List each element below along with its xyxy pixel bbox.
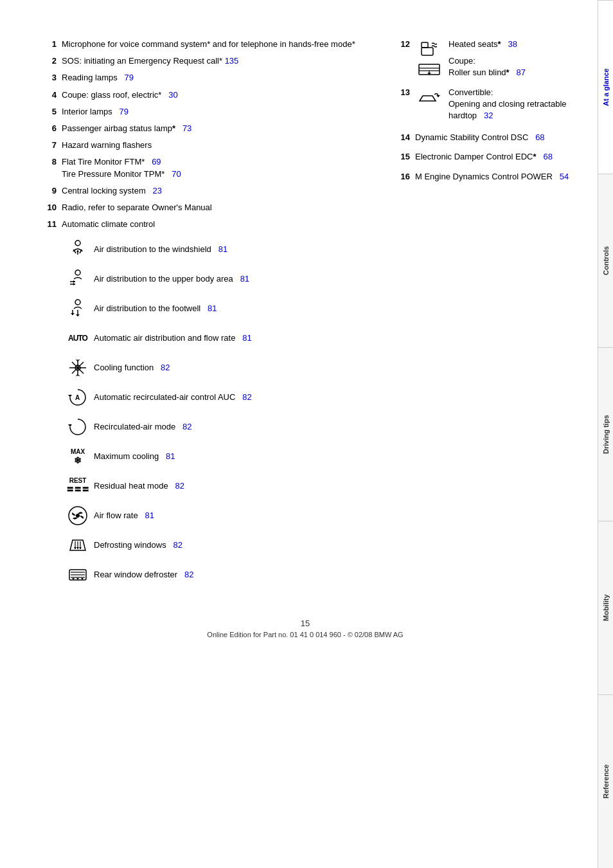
tab-reference[interactable]: Reference — [598, 694, 613, 868]
max-link[interactable]: 81 — [166, 451, 175, 461]
right-items-list: 12 — [392, 39, 572, 183]
item-12-link1[interactable]: 38 — [508, 39, 517, 49]
item-1-num: 1 — [39, 39, 57, 50]
item-8-link1[interactable]: 69 — [152, 157, 161, 167]
climate-auc-text: Automatic recirculated-air control AUC 8… — [94, 392, 366, 403]
climate-foot-text: Air distribution to the footwell 81 — [94, 303, 366, 314]
item-13-text: Convertible: Opening and closing retract… — [449, 87, 572, 122]
item-2-link[interactable]: 135 — [225, 56, 239, 66]
climate-row-max: MAX ❄ Maximum cooling 81 — [62, 445, 366, 468]
svg-marker-51 — [436, 95, 440, 97]
recirc-link[interactable]: 82 — [182, 422, 191, 431]
item-16-num: 16 — [392, 171, 410, 183]
cooling-link[interactable]: 82 — [161, 363, 170, 372]
heated-seats-icon-container — [415, 39, 443, 77]
recirc-icon — [62, 416, 94, 438]
svg-marker-26 — [68, 395, 72, 397]
item-5-link[interactable]: 79 — [120, 107, 129, 116]
item-12-text: Heated seats* 38 Coupe: Roller sun blind… — [449, 39, 572, 79]
auc-icon: A — [62, 386, 94, 408]
list-item-2: 2 SOS: initiating an Emergency Request c… — [39, 55, 366, 67]
item-16-link[interactable]: 54 — [560, 172, 569, 181]
list-item-7: 7 Hazard warning flashers — [39, 140, 366, 151]
list-item-6: 6 Passenger airbag status lamp* 73 — [39, 123, 366, 134]
item-2-num: 2 — [39, 55, 57, 67]
item-3-link[interactable]: 79 — [125, 73, 134, 82]
climate-section: Air distribution to the windshield 81 — [62, 238, 366, 586]
convertible-icon-container — [415, 87, 443, 107]
item-14-num: 14 — [392, 132, 410, 143]
climate-upper-text: Air distribution to the upper body area … — [94, 273, 366, 285]
rest-waves: 〓〓〓 — [66, 484, 89, 495]
defrost-link[interactable]: 82 — [173, 540, 182, 550]
right-item-13: 13 Convertible: Opening and closing retr… — [392, 87, 572, 122]
defrost-icon — [62, 534, 94, 557]
windshield-link[interactable]: 81 — [218, 244, 227, 254]
rear-defrost-link[interactable]: 82 — [184, 570, 193, 579]
tab-mobility[interactable]: Mobility — [598, 521, 613, 694]
footwell-icon — [62, 297, 94, 320]
item-6-num: 6 — [39, 123, 57, 134]
left-numbered-list: 1 Microphone for voice command system* a… — [39, 39, 366, 230]
item-15-link[interactable]: 68 — [543, 152, 552, 161]
windshield-icon — [62, 238, 94, 261]
climate-defrost-text: Defrosting windows 82 — [94, 539, 366, 551]
list-item-3: 3 Reading lamps 79 — [39, 72, 366, 84]
item-3-num: 3 — [39, 72, 57, 84]
upper-link[interactable]: 81 — [240, 274, 249, 284]
rear-defrost-icon — [62, 563, 94, 586]
climate-row-rear-defrost: Rear window defroster 82 — [62, 563, 366, 586]
item-8-link2[interactable]: 70 — [172, 169, 181, 179]
item-6-link[interactable]: 73 — [182, 123, 191, 133]
foot-link[interactable]: 81 — [208, 303, 217, 313]
climate-row-rest: REST 〓〓〓 Residual heat mode 82 — [62, 475, 366, 498]
rest-link[interactable]: 82 — [175, 481, 184, 491]
item-4-link[interactable]: 30 — [168, 90, 177, 100]
right-item-15: 15 Electronic Damper Control EDC* 68 — [392, 151, 572, 163]
airflow-icon — [62, 504, 94, 527]
list-item-11: 11 Automatic climate control — [39, 219, 366, 230]
cooling-icon — [62, 357, 94, 379]
svg-marker-34 — [74, 547, 76, 549]
item-13-link[interactable]: 32 — [484, 111, 493, 120]
svg-point-0 — [75, 240, 80, 246]
svg-marker-36 — [79, 547, 82, 549]
list-item-10: 10 Radio, refer to separate Owner's Manu… — [39, 202, 366, 213]
climate-max-text: Maximum cooling 81 — [94, 451, 366, 462]
max-label: MAX — [71, 448, 85, 455]
svg-point-12 — [75, 300, 80, 305]
svg-marker-14 — [76, 314, 80, 316]
item-7-num: 7 — [39, 140, 57, 151]
climate-row-cooling: Cooling function 82 — [62, 356, 366, 379]
item-9-link[interactable]: 23 — [153, 186, 162, 195]
list-item-8: 8 Flat Tire Monitor FTM* 69 Tire Pressur… — [39, 156, 366, 179]
auc-link[interactable]: 82 — [242, 392, 251, 402]
airflow-link[interactable]: 81 — [145, 511, 154, 520]
tab-driving-tips[interactable]: Driving tips — [598, 347, 613, 521]
right-item-16: 16 M Engine Dynamics Control POWER 54 — [392, 171, 572, 183]
climate-rear-defrost-text: Rear window defroster 82 — [94, 569, 366, 581]
rest-label: REST — [69, 477, 87, 484]
svg-marker-16 — [71, 313, 75, 315]
climate-row-auto: AUTO Automatic air distribution and flow… — [62, 327, 366, 350]
auto-link[interactable]: 81 — [242, 333, 251, 343]
svg-rect-44 — [422, 48, 433, 55]
tab-controls[interactable]: Controls — [598, 174, 613, 347]
item-14-text: Dynamic Stability Control DSC 68 — [415, 132, 572, 143]
tab-at-a-glance[interactable]: At a glance — [598, 0, 613, 174]
item-16-text: M Engine Dynamics Control POWER 54 — [415, 171, 572, 183]
footer-text: Online Edition for Part no. 01 41 0 014 … — [207, 631, 403, 638]
item-9-text: Central locking system 23 — [62, 185, 366, 197]
climate-row-foot: Air distribution to the footwell 81 — [62, 297, 366, 320]
item-14-link[interactable]: 68 — [535, 132, 544, 142]
item-12-link2[interactable]: 87 — [517, 68, 526, 77]
climate-row-recirc: Recirculated-air mode 82 — [62, 415, 366, 439]
page-number: 15 — [39, 619, 572, 628]
climate-rest-text: Residual heat mode 82 — [94, 480, 366, 492]
item-10-num: 10 — [39, 202, 57, 213]
list-item-1: 1 Microphone for voice command system* a… — [39, 39, 366, 50]
item-13-num: 13 — [392, 87, 410, 98]
max-icon: MAX ❄ — [62, 448, 94, 466]
list-item-9: 9 Central locking system 23 — [39, 185, 366, 197]
item-15-num: 15 — [392, 151, 410, 163]
